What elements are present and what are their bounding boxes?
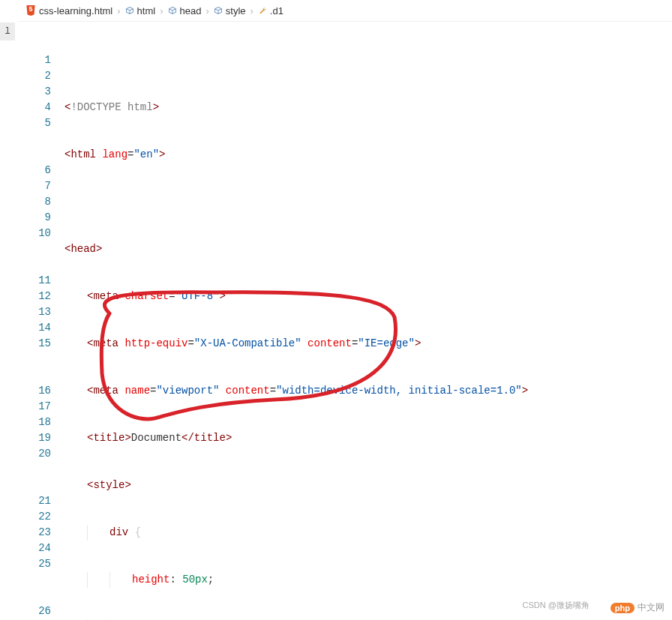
code-line[interactable] [64,194,672,210]
breadcrumb-label: css-learning.html [39,5,112,16]
code-line[interactable]: <html lang="en"> [64,147,672,163]
wrench-icon [258,6,267,15]
code-line[interactable]: <style> [64,478,672,493]
tab-stub: l [0,22,15,40]
breadcrumb-item-style[interactable]: style [212,5,248,16]
html5-icon [26,5,36,16]
code-line[interactable]: <head> [64,241,672,257]
chevron-right-icon: › [117,5,120,16]
code-line[interactable]: <meta http-equiv="X-UA-Compatible" conte… [64,336,672,352]
code-editor[interactable]: 12345 678910 1112131415 1617181920 21222… [18,21,672,620]
breadcrumb-label: .d1 [270,5,284,16]
cube-icon [125,6,134,15]
code-line[interactable]: <meta name="viewport" content="width=dev… [64,383,672,399]
breadcrumb-item-html[interactable]: html [124,5,158,16]
breadcrumb-item-d1[interactable]: .d1 [256,5,285,16]
code-line[interactable]: <title>Document</title> [64,430,672,446]
breadcrumb-item-head[interactable]: head [166,5,203,16]
code-line[interactable]: <meta charset="UTF-8"> [64,289,672,304]
watermark-php: php 中文网 [610,601,664,614]
chevron-right-icon: › [206,5,208,16]
breadcrumb-item-file[interactable]: css-learning.html [24,5,114,16]
code-line[interactable]: div { [64,525,672,541]
chevron-right-icon: › [160,5,163,16]
code-line[interactable]: <!DOCTYPE html> [64,100,672,115]
line-number-gutter: 12345 678910 1112131415 1617181920 21222… [18,21,64,620]
breadcrumb: css-learning.html › html › head › style … [18,0,672,22]
breadcrumb-label: html [137,5,156,16]
breadcrumb-label: style [226,5,246,16]
active-line-highlight [64,273,672,290]
php-badge-icon: php [610,603,634,613]
cube-icon [168,6,177,15]
breadcrumb-label: head [180,5,202,16]
code-line[interactable]: height: 50px; [64,572,672,588]
watermark-csdn: CSDN @微扬嘴角 [523,600,590,611]
code-content[interactable]: <!DOCTYPE html> <html lang="en"> <head> … [64,21,672,620]
chevron-right-icon: › [250,5,254,16]
cube-icon [214,6,223,15]
